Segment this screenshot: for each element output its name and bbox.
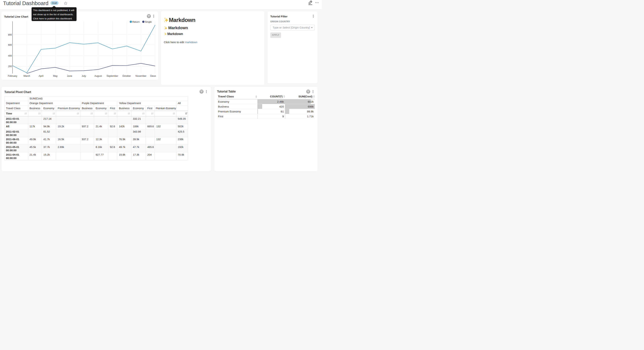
svg-text:400: 400	[8, 54, 12, 57]
svg-text:April: April	[39, 74, 43, 77]
svg-text:February: February	[8, 74, 18, 77]
svg-text:September: September	[107, 74, 118, 77]
svg-text:Single: Single	[145, 20, 152, 23]
svg-text:October: October	[122, 74, 131, 77]
svg-text:600: 600	[8, 44, 12, 46]
svg-text:May: May	[53, 74, 58, 77]
svg-text:June: June	[67, 74, 72, 77]
svg-text:July: July	[82, 74, 86, 77]
svg-text:August: August	[94, 74, 102, 77]
svg-text:Return: Return	[132, 20, 140, 23]
svg-text:200: 200	[8, 65, 12, 68]
svg-text:Dece: Dece	[150, 74, 156, 77]
svg-text:800: 800	[8, 34, 12, 36]
svg-text:March: March	[24, 74, 30, 77]
svg-text:November: November	[136, 74, 146, 77]
